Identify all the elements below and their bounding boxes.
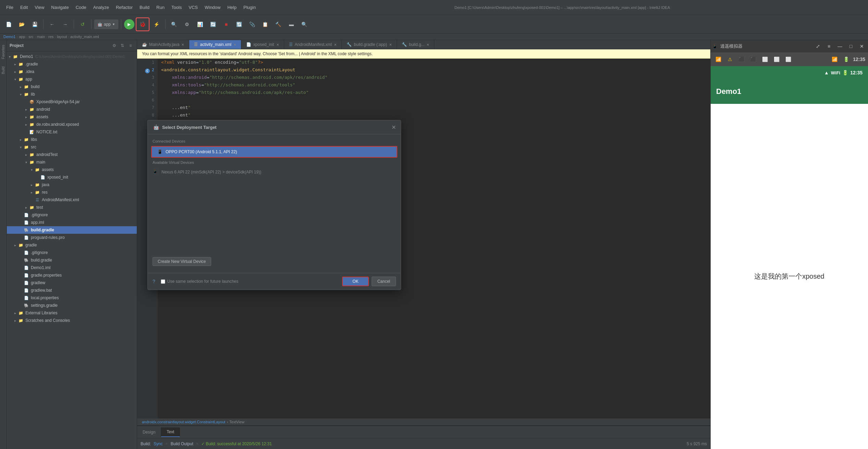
tree-item-gradle[interactable]: ▸📁gradle — [7, 241, 137, 249]
tree-item-demo1[interactable]: ▾📁Demo1C:\Users\Admin\Desktop\zhufeng\xp… — [7, 53, 137, 60]
menu-vcs[interactable]: VCS — [185, 3, 201, 11]
toolbar-undo-btn[interactable]: ↺ — [77, 19, 88, 30]
sidebar-gear-btn[interactable]: ⚙ — [111, 42, 118, 49]
create-virtual-device-btn[interactable]: Create New Virtual Device — [153, 257, 211, 266]
toolbar-back-btn[interactable]: ← — [46, 19, 58, 30]
tree-item-external-libraries[interactable]: ▸📁External Libraries — [7, 309, 137, 317]
tree-item-src[interactable]: ▾📁src — [7, 143, 137, 151]
tree-item-scratches-and-consoles[interactable]: ▸📁Scratches and Consoles — [7, 317, 137, 324]
modal-close-btn[interactable]: ✕ — [391, 124, 396, 131]
toolbar-attach-btn[interactable]: 📎 — [246, 19, 258, 30]
build-output-tab[interactable]: Build Output — [171, 441, 193, 446]
toolbar-search-btn[interactable]: 🔍 — [168, 19, 180, 30]
path-file[interactable]: activity_main.xml — [70, 35, 99, 39]
tree-item-build[interactable]: ▸📁build — [7, 83, 137, 90]
tab-close-activity-main[interactable]: ✕ — [233, 43, 236, 47]
emulator-square2-btn[interactable]: ⬛ — [748, 54, 758, 64]
tree-item-libs[interactable]: ▸📁libs — [7, 136, 137, 143]
emulator-resize-btn[interactable]: ⤢ — [813, 41, 823, 51]
toolbar-open-btn[interactable]: 📂 — [16, 19, 27, 30]
tree-item-gradlew[interactable]: 📄gradlew — [7, 279, 137, 287]
tree-item-notice-txt[interactable]: 📝NOTICE.txt — [7, 128, 137, 136]
tree-item-java[interactable]: ▸📁java — [7, 181, 137, 189]
menu-analyze[interactable]: Analyze — [90, 3, 112, 11]
menu-build[interactable]: Build — [136, 3, 153, 11]
menu-refactor[interactable]: Refactor — [112, 3, 136, 11]
tree-item--gitignore[interactable]: 📄.gitignore — [7, 211, 137, 219]
debug-button[interactable]: 🐞 — [136, 17, 149, 31]
same-selection-checkbox[interactable] — [161, 279, 165, 284]
toolbar-terminal-btn[interactable]: ▬ — [286, 19, 297, 30]
tree-item-app-iml[interactable]: 📄app.iml — [7, 219, 137, 226]
tab-close-build-gradle-app[interactable]: ✕ — [389, 43, 392, 47]
run-button[interactable]: ▶ — [124, 19, 134, 29]
tab-close-androidmanifest[interactable]: ✕ — [334, 43, 337, 47]
path-src[interactable]: src — [28, 35, 34, 39]
tree-item-main[interactable]: ▾📁main — [7, 158, 137, 166]
emulator-square-btn[interactable]: ⬛ — [737, 54, 746, 64]
menu-tools[interactable]: Tools — [168, 3, 185, 11]
tab-activity-main[interactable]: ☰ activity_main.xml ✕ — [189, 40, 241, 49]
tree-item-demo1-iml[interactable]: 📄Demo1.iml — [7, 264, 137, 271]
tree-item-build-gradle[interactable]: 🐘build.gradle — [7, 226, 137, 234]
tab-build-gradle[interactable]: 🔧 build.g... ✕ — [397, 40, 434, 49]
path-res[interactable]: res — [48, 35, 53, 39]
left-edge-build[interactable]: Build — [0, 63, 7, 77]
toolbar-app-dropdown[interactable]: 🤖 app ▼ — [94, 20, 118, 29]
tree-item-gradle-properties[interactable]: 📄gradle.properties — [7, 271, 137, 279]
path-main[interactable]: main — [37, 35, 45, 39]
tree-item-lib[interactable]: ▾📁lib — [7, 90, 137, 98]
tab-close-xposed-init[interactable]: ✕ — [276, 43, 279, 47]
menu-edit[interactable]: Edit — [17, 3, 31, 11]
breadcrumb-textview[interactable]: TextView — [229, 420, 244, 424]
tab-xposed-init[interactable]: 📄 xposed_init ✕ — [241, 40, 284, 49]
tree-item-assets[interactable]: ▾📁assets — [7, 166, 137, 173]
menu-file[interactable]: File — [3, 3, 17, 11]
ok-button[interactable]: OK — [342, 277, 369, 286]
tab-androidmanifest[interactable]: ☰ AndroidManifest.xml ✕ — [284, 40, 342, 49]
menu-window[interactable]: Window — [201, 3, 224, 11]
toolbar-more-btn[interactable]: ⚙ — [181, 19, 193, 30]
tab-mainactivity[interactable]: ☕ MainActivity.java ✕ — [137, 40, 189, 49]
toolbar-profile-btn[interactable]: ⚡ — [151, 19, 162, 30]
connected-device-item-0[interactable]: 📱 OPPO PCRT00 (Android 5.1.1, API 22) — [152, 147, 397, 157]
toolbar-coverage-btn[interactable]: 📋 — [260, 19, 271, 30]
toolbar-extra-btn[interactable]: 📊 — [194, 19, 206, 30]
emulator-square3-btn[interactable]: ⬜ — [760, 54, 770, 64]
avd-item-0[interactable]: 📱 Nexus 6 API 22 (minSdk(API 22) > devic… — [148, 167, 401, 177]
tree-item-proguard-rules-pro[interactable]: 📄proguard-rules.pro — [7, 234, 137, 241]
sidebar-expand-btn[interactable]: ⇅ — [119, 42, 126, 49]
path-demo1[interactable]: Demo1 — [3, 35, 15, 39]
tab-build-gradle-app[interactable]: 🔧 build.gradle (:app) ✕ — [342, 40, 397, 49]
tree-item-test[interactable]: ▸📁test — [7, 204, 137, 211]
menu-help[interactable]: Help — [224, 3, 240, 11]
tree-item-assets[interactable]: ▸📁assets — [7, 113, 137, 121]
emulator-square5-btn[interactable]: ⬜ — [783, 54, 793, 64]
path-app[interactable]: app — [19, 35, 25, 39]
menu-run[interactable]: Run — [153, 3, 168, 11]
tree-item-de-robv-android-xposed[interactable]: ▸📁de.robv.android.xposed — [7, 121, 137, 128]
menu-view[interactable]: View — [31, 3, 48, 11]
tree-item--gradle[interactable]: ▸📁.gradle — [7, 60, 137, 68]
build-sync-tab[interactable]: Sync — [154, 441, 163, 446]
tree-item-gradlew-bat[interactable]: 📄gradlew.bat — [7, 287, 137, 294]
toolbar-find-btn[interactable]: 🔍 — [299, 19, 310, 30]
toolbar-new-btn[interactable]: 📄 — [3, 19, 14, 30]
tab-close-build-gradle[interactable]: ✕ — [426, 43, 429, 47]
tree-item-android[interactable]: ▸📁android — [7, 106, 137, 113]
toolbar-stop-btn[interactable]: ■ — [220, 19, 232, 30]
tree-item--idea[interactable]: ▸📁.idea — [7, 68, 137, 75]
tree-item-xposed-init[interactable]: 📄xposed_init — [7, 173, 137, 181]
emulator-close-btn[interactable]: ✕ — [857, 41, 867, 51]
tree-item-res[interactable]: ▸📁res — [7, 189, 137, 196]
toolbar-save-btn[interactable]: 💾 — [29, 19, 40, 30]
left-edge-favorites[interactable]: Favorites — [0, 41, 7, 62]
menu-plugin[interactable]: Plugin — [240, 3, 259, 11]
tree-item-app[interactable]: ▾📁app — [7, 75, 137, 83]
tab-text[interactable]: Text — [161, 427, 180, 437]
emulator-menu-btn[interactable]: ≡ — [824, 41, 834, 51]
tab-design[interactable]: Design — [137, 428, 161, 437]
toolbar-hammer-btn[interactable]: 🔨 — [273, 19, 284, 30]
cancel-button[interactable]: Cancel — [372, 277, 396, 286]
tab-close-mainactivity[interactable]: ✕ — [181, 43, 184, 47]
